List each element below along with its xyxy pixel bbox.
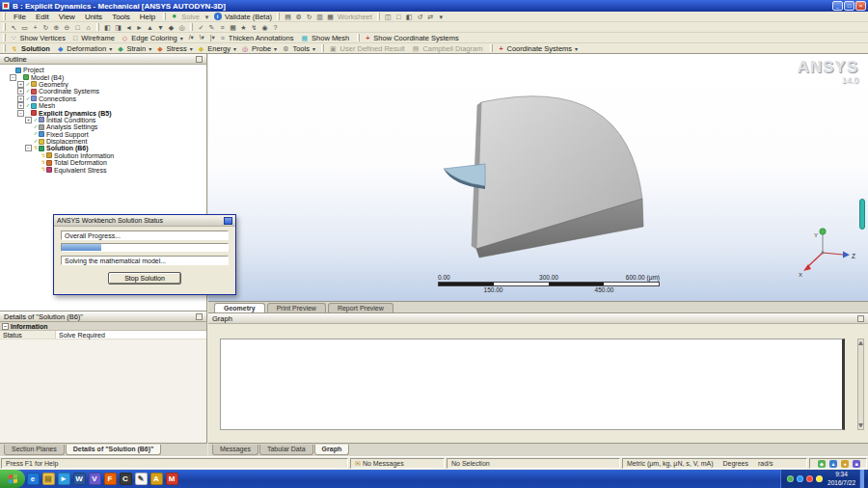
statusbar-badge-icon[interactable]: ■ bbox=[853, 460, 860, 468]
media-player-icon[interactable]: ► bbox=[58, 473, 70, 485]
tab-geometry[interactable]: Geometry bbox=[214, 303, 265, 312]
tree-item-explicit-dynamics-b5[interactable]: − Explicit Dynamics (B5) bbox=[0, 109, 206, 116]
strain-menu[interactable]: ◆ Strain ▾ bbox=[115, 43, 154, 53]
mesh-display-icon[interactable]: ▦ bbox=[228, 22, 238, 32]
swap-icon[interactable]: ⇄ bbox=[425, 12, 436, 21]
solve-button[interactable]: Solve bbox=[179, 13, 202, 21]
ansys-launcher-icon[interactable]: A bbox=[150, 473, 163, 485]
user-defined-result-button[interactable]: ▣ User Defined Result bbox=[327, 43, 410, 53]
tab-details-solution-b6[interactable]: Details of "Solution (B6)" bbox=[66, 445, 162, 455]
quick-solve-icon[interactable]: ↯ bbox=[249, 22, 259, 32]
down-view-icon[interactable]: ▼ bbox=[155, 22, 166, 32]
annotation-icon[interactable]: ✎ bbox=[206, 22, 217, 32]
stop-solution-button[interactable]: Stop Solution bbox=[108, 272, 181, 285]
show-vertices-button[interactable]: ∵ Show Vertices bbox=[9, 33, 70, 42]
tab-messages[interactable]: Messages bbox=[212, 445, 258, 455]
tree-expander-icon[interactable]: + bbox=[25, 117, 32, 123]
tree-item-initial-conditions[interactable]: + ✓ Initial Conditions bbox=[0, 117, 206, 123]
minimize-button[interactable]: _ bbox=[832, 1, 843, 11]
tree-expander-icon[interactable]: + bbox=[17, 95, 24, 102]
tray-icon[interactable] bbox=[806, 475, 813, 482]
worksheet-icon[interactable]: ▦ bbox=[325, 12, 336, 21]
edge-style-dropdown[interactable]: |▾ bbox=[207, 33, 218, 42]
move-icon[interactable]: + bbox=[30, 22, 41, 32]
details-category-information[interactable]: − Information bbox=[0, 322, 206, 331]
undo-icon[interactable]: ↺ bbox=[415, 12, 425, 21]
tree-item-project[interactable]: Project bbox=[0, 67, 206, 73]
select-cursor-icon[interactable]: ↖ bbox=[9, 22, 19, 32]
help-icon[interactable]: ? bbox=[270, 22, 281, 32]
model-canvas[interactable]: Y X Z bbox=[208, 54, 868, 301]
deformation-menu[interactable]: ◆ Deformation ▾ bbox=[55, 43, 115, 53]
validate-beta-button[interactable]: Validate (Beta) bbox=[223, 13, 274, 21]
statusbar-badge-icon[interactable]: ● bbox=[841, 460, 849, 468]
worksheet-button[interactable]: Worksheet bbox=[336, 13, 374, 21]
tools-menu[interactable]: ⚙ Tools ▾ bbox=[280, 43, 318, 53]
scroll-down-icon[interactable] bbox=[858, 423, 863, 427]
refresh-icon[interactable]: ↻ bbox=[304, 12, 314, 21]
tree-item-solution-b6[interactable]: − ↯ Solution (B6) bbox=[0, 145, 206, 151]
tab-section-planes[interactable]: Section Planes bbox=[4, 445, 65, 455]
tree-item-equivalent-stress[interactable]: ↯ Equivalent Stress bbox=[0, 166, 206, 173]
tray-icon[interactable] bbox=[797, 475, 803, 482]
tree-expander-icon[interactable]: − bbox=[10, 74, 16, 81]
menu-view[interactable]: View bbox=[54, 12, 80, 22]
edge-style-dropdown[interactable]: /▾ bbox=[186, 33, 197, 42]
tab-graph[interactable]: Graph bbox=[314, 445, 350, 455]
tree-expander-icon[interactable]: + bbox=[17, 81, 24, 88]
statusbar-badge-icon[interactable]: ▲ bbox=[829, 460, 837, 468]
graph-options-icon[interactable] bbox=[857, 315, 864, 322]
graph-scrollbar[interactable] bbox=[857, 339, 864, 430]
tab-report-preview[interactable]: Report Preview bbox=[328, 303, 393, 312]
statusbar-messages[interactable]: ✉ No Messages bbox=[350, 458, 445, 469]
tree-expander-icon[interactable]: − bbox=[25, 145, 32, 151]
impactor-wedge[interactable] bbox=[444, 164, 485, 189]
orientation-triad[interactable]: Y X Z bbox=[799, 229, 855, 278]
show-mesh-button[interactable]: ▦ Show Mesh bbox=[298, 33, 354, 42]
look-at-icon[interactable]: ◎ bbox=[176, 22, 187, 32]
pin-icon[interactable] bbox=[196, 56, 203, 63]
next-view-icon[interactable]: ► bbox=[134, 22, 145, 32]
thicken-annotations-button[interactable]: ≡ Thicken Annotations bbox=[218, 33, 299, 42]
tree-expander-icon[interactable] bbox=[33, 167, 40, 174]
zoom-box-icon[interactable]: □ bbox=[72, 22, 83, 32]
scroll-up-icon[interactable] bbox=[858, 341, 863, 345]
up-view-icon[interactable]: ▲ bbox=[145, 22, 155, 32]
left-pane-icon[interactable]: ◧ bbox=[102, 22, 113, 32]
menu-edit[interactable]: Edit bbox=[31, 12, 54, 22]
solve-dropdown-icon[interactable]: ▾ bbox=[202, 12, 212, 21]
menu-help[interactable]: Help bbox=[135, 12, 160, 22]
quarter-cylinder-model[interactable] bbox=[444, 96, 643, 258]
view-manipulation-slider[interactable] bbox=[859, 199, 865, 230]
new-window-icon[interactable]: □ bbox=[393, 12, 404, 21]
probe-menu[interactable]: ◎ Probe ▾ bbox=[239, 43, 280, 53]
tree-item-mesh[interactable]: + ✓ Mesh bbox=[0, 102, 206, 109]
folder-icon[interactable]: ▤ bbox=[42, 473, 55, 485]
graphics-viewport[interactable]: Y X Z ANSYS 14.0 0.00 300.00 600.00 (μm) bbox=[208, 54, 868, 301]
mail-icon[interactable]: M bbox=[166, 473, 178, 485]
tree-expander-icon[interactable]: + bbox=[17, 102, 24, 109]
word-icon[interactable]: W bbox=[73, 473, 86, 485]
edge-coloring-button[interactable]: ◇ Edge Coloring ▾ bbox=[120, 33, 186, 42]
info-icon[interactable]: i bbox=[212, 12, 223, 21]
tree-item-analysis-settings[interactable]: ✓ Analysis Settings bbox=[0, 123, 206, 130]
internet-explorer-icon[interactable]: e bbox=[27, 473, 40, 485]
menu-units[interactable]: Units bbox=[80, 12, 107, 22]
zoom-out-icon[interactable]: ⊖ bbox=[62, 22, 72, 32]
menu-file[interactable]: File bbox=[9, 12, 31, 22]
fit-view-icon[interactable]: ⌂ bbox=[83, 22, 94, 32]
tree-expander-icon[interactable] bbox=[33, 159, 40, 166]
tree-expander-icon[interactable]: + bbox=[17, 88, 24, 95]
favorites-icon[interactable]: ★ bbox=[238, 22, 249, 32]
energy-menu[interactable]: ◆ Energy ▾ bbox=[196, 43, 239, 53]
maximize-button[interactable]: □ bbox=[844, 1, 854, 11]
window-layout-icon[interactable]: ◫ bbox=[383, 12, 393, 21]
close-button[interactable]: × bbox=[855, 1, 866, 11]
tree-item-connections[interactable]: + ✓ Connections bbox=[0, 95, 206, 102]
taskbar-clock[interactable]: 9:34 2016/7/22 bbox=[827, 471, 855, 487]
split-view-icon[interactable]: ◧ bbox=[404, 12, 415, 21]
tree-item-coordinate-systems[interactable]: + ✓ Coordinate Systems bbox=[0, 88, 206, 95]
tree-item-total-deformation[interactable]: ↯ Total Deformation bbox=[0, 159, 206, 166]
edge-style-dropdown[interactable]: \▾ bbox=[197, 33, 207, 42]
menu-tools[interactable]: Tools bbox=[107, 12, 135, 22]
